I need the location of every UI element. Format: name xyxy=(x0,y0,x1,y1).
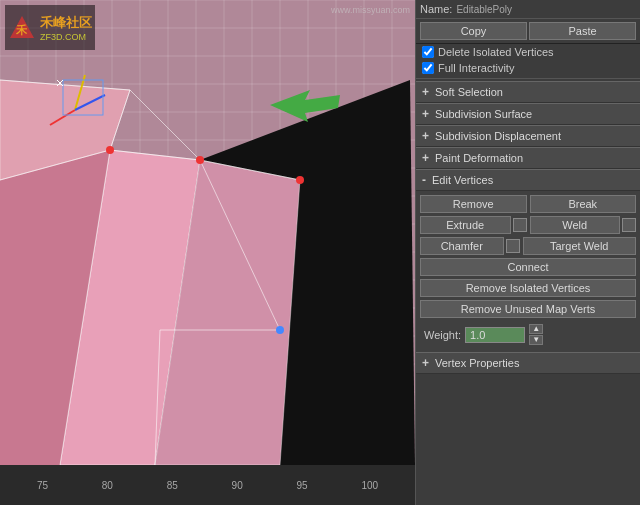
soft-selection-title: Soft Selection xyxy=(435,86,503,98)
delete-isolated-label: Delete Isolated Vertices xyxy=(438,46,554,58)
chamfer-button[interactable]: Chamfer xyxy=(420,237,504,255)
paste-button[interactable]: Paste xyxy=(529,22,636,40)
logo: 禾 禾峰社区 ZF3D.COM xyxy=(5,5,95,50)
delete-isolated-row: Delete Isolated Vertices xyxy=(416,44,640,60)
ruler-mark: 85 xyxy=(167,480,178,491)
remove-break-row: Remove Break xyxy=(420,195,636,213)
chamfer-targetweld-row: Chamfer Target Weld xyxy=(420,237,636,255)
edit-vertices-header[interactable]: - Edit Vertices xyxy=(416,169,640,191)
weight-down-button[interactable]: ▼ xyxy=(529,335,543,345)
viewport[interactable]: 禾 禾峰社区 ZF3D.COM www.missyuan.com xyxy=(0,0,415,465)
logo-line2: ZF3D.COM xyxy=(40,32,92,42)
full-interactivity-checkbox[interactable] xyxy=(422,62,434,74)
edit-vertices-content: Remove Break Extrude Weld Chamfer xyxy=(416,191,640,352)
subdivision-surface-title: Subdivision Surface xyxy=(435,108,532,120)
weld-button[interactable]: Weld xyxy=(530,216,621,234)
paint-deformation-title: Paint Deformation xyxy=(435,152,523,164)
edit-vertices-toggle-icon: - xyxy=(422,173,426,187)
subdivision-surface-header[interactable]: + Subdivision Surface xyxy=(416,103,640,125)
svg-text:禾: 禾 xyxy=(15,24,28,36)
vertex-properties-header[interactable]: + Vertex Properties xyxy=(416,352,640,374)
weight-row: Weight: ▲ ▼ xyxy=(420,321,636,348)
soft-selection-toggle-icon: + xyxy=(422,85,429,99)
remove-isolated-button[interactable]: Remove Isolated Vertices xyxy=(420,279,636,297)
extrude-settings-box[interactable] xyxy=(513,218,527,232)
copy-paste-row: Copy Paste xyxy=(416,19,640,44)
subdivision-surface-toggle-icon: + xyxy=(422,107,429,121)
break-button[interactable]: Break xyxy=(530,195,637,213)
weight-spinner: ▲ ▼ xyxy=(529,324,543,345)
vertex-properties-toggle-icon: + xyxy=(422,356,429,370)
remove-button[interactable]: Remove xyxy=(420,195,527,213)
weld-settings-box[interactable] xyxy=(622,218,636,232)
full-interactivity-row: Full Interactivity xyxy=(416,60,640,76)
vertex-properties-title: Vertex Properties xyxy=(435,357,519,369)
subdivision-displacement-header[interactable]: + Subdivision Displacement xyxy=(416,125,640,147)
ruler-mark: 75 xyxy=(37,480,48,491)
full-interactivity-label: Full Interactivity xyxy=(438,62,514,74)
soft-selection-header[interactable]: + Soft Selection xyxy=(416,81,640,103)
ruler-mark: 90 xyxy=(232,480,243,491)
ruler: 75 80 85 90 95 100 xyxy=(0,465,415,505)
paint-deformation-header[interactable]: + Paint Deformation xyxy=(416,147,640,169)
name-label: Name: xyxy=(420,3,452,15)
ruler-mark: 80 xyxy=(102,480,113,491)
weight-label: Weight: xyxy=(424,329,461,341)
target-weld-button[interactable]: Target Weld xyxy=(523,237,637,255)
copy-button[interactable]: Copy xyxy=(420,22,527,40)
remove-unused-button[interactable]: Remove Unused Map Verts xyxy=(420,300,636,318)
subdivision-displacement-toggle-icon: + xyxy=(422,129,429,143)
logo-line1: 禾峰社区 xyxy=(40,14,92,32)
ruler-mark: 95 xyxy=(297,480,308,491)
delete-isolated-checkbox[interactable] xyxy=(422,46,434,58)
paint-deformation-toggle-icon: + xyxy=(422,151,429,165)
extrude-button[interactable]: Extrude xyxy=(420,216,511,234)
subdivision-displacement-title: Subdivision Displacement xyxy=(435,130,561,142)
watermark: www.missyuan.com xyxy=(331,5,410,15)
edit-vertices-title: Edit Vertices xyxy=(432,174,493,186)
weight-up-button[interactable]: ▲ xyxy=(529,324,543,334)
extrude-weld-row: Extrude Weld xyxy=(420,216,636,234)
weight-input[interactable] xyxy=(465,327,525,343)
name-row: Name: EditablePoly xyxy=(416,0,640,19)
right-panel: Name: EditablePoly Copy Paste Delete Iso… xyxy=(415,0,640,505)
chamfer-settings-box[interactable] xyxy=(506,239,520,253)
connect-button[interactable]: Connect xyxy=(420,258,636,276)
name-value: EditablePoly xyxy=(456,4,636,15)
ruler-mark: 100 xyxy=(361,480,378,491)
